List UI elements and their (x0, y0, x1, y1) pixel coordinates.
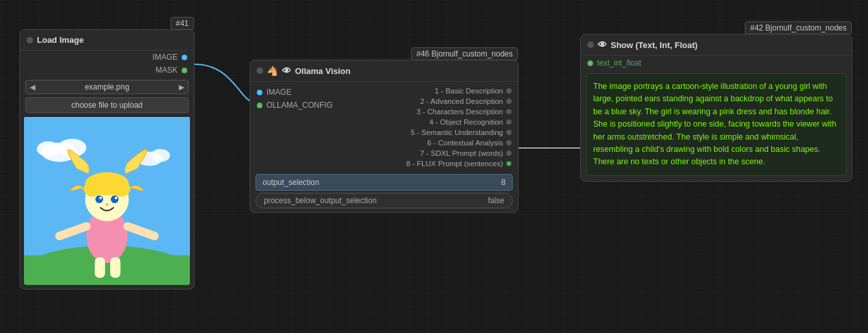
output-selection-label: output_selection (263, 178, 319, 187)
out-port-5-label: 5 - Semantic Understanding (410, 129, 503, 136)
text-output-area: The image portrays a cartoon-style illus… (586, 73, 847, 176)
description-text: The image portrays a cartoon-style illus… (593, 82, 836, 166)
out-port-8-label: 8 - FLUX Prompt (sentences) (406, 160, 503, 167)
eye-icon: 👁 (282, 66, 291, 76)
svg-point-16 (112, 181, 130, 197)
process-below-row[interactable]: process_below_output_selection false (255, 193, 513, 208)
vision-ports-container: IMAGE OLLAMA_CONFIG 1 - Basic Descriptio… (250, 82, 518, 170)
out-port-8-dot[interactable] (506, 161, 511, 166)
text-int-float-dot[interactable] (587, 60, 593, 66)
show-node-id: #42 Bjornulf_custom_nodes (745, 21, 852, 34)
out-port-3-dot[interactable] (506, 109, 511, 114)
process-below-value: false (488, 196, 504, 205)
ollama-vision-header: 🐴 👁 Ollama Vision (250, 60, 518, 82)
image-port-out: IMAGE (20, 51, 194, 64)
out-port-3-label: 3 - Characters Description (416, 108, 503, 116)
ollama-vision-title: Ollama Vision (295, 66, 351, 76)
svg-point-17 (95, 195, 103, 203)
text-int-float-label: text_int_float (597, 58, 641, 68)
load-image-title: Load Image (37, 35, 84, 45)
output-selection-row[interactable]: output_selection 8 (255, 174, 513, 191)
load-image-node-id: #41 (170, 17, 194, 30)
load-image-status-dot (27, 37, 33, 43)
image-port-dot[interactable] (182, 55, 187, 60)
ollama-vision-node-id: #46 Bjornulf_custom_nodes (411, 47, 518, 60)
process-below-label: process_below_output_selection (264, 196, 377, 205)
out-port-5-dot[interactable] (506, 130, 511, 135)
cartoon-image (24, 116, 190, 285)
next-arrow-icon[interactable]: ▶ (179, 83, 184, 92)
out-port-7: 7 - SDXL Prompt (words) (414, 148, 518, 158)
svg-point-19 (99, 197, 102, 199)
svg-rect-12 (110, 257, 121, 278)
show-node-header: 👁 Show (Text, Int, Float) (581, 34, 852, 56)
ollama-config-dot[interactable] (257, 103, 263, 108)
out-port-8: 8 - FLUX Prompt (sentences) (399, 158, 518, 169)
image-port-label: IMAGE (152, 53, 178, 62)
out-port-7-label: 7 - SDXL Prompt (words) (420, 149, 503, 157)
image-in-label: IMAGE (266, 88, 292, 97)
svg-point-20 (115, 197, 117, 199)
svg-point-18 (111, 195, 119, 203)
image-selector[interactable]: ◀ example.png ▶ (25, 80, 189, 94)
svg-point-21 (106, 203, 108, 206)
show-status-dot (587, 42, 594, 48)
out-port-7-dot[interactable] (506, 151, 511, 156)
ollama-vision-status-dot (257, 68, 263, 74)
out-port-6-label: 6 - Contextual Analysis (427, 139, 503, 147)
out-port-6-dot[interactable] (506, 140, 511, 145)
svg-point-5 (37, 142, 60, 157)
image-in-dot[interactable] (257, 90, 263, 95)
svg-rect-11 (95, 257, 105, 278)
ollama-config-label: OLLAMA_CONFIG (266, 101, 333, 110)
load-image-header: Load Image (20, 30, 194, 51)
show-node-title: Show (Text, Int, Float) (611, 40, 698, 50)
image-filename: example.png (35, 82, 179, 92)
mask-port-label: MASK (156, 66, 178, 75)
out-port-4-dot[interactable] (506, 119, 511, 125)
out-port-5: 5 - Semantic Understanding (404, 127, 518, 138)
out-port-2-dot[interactable] (506, 99, 511, 104)
out-port-1-label: 1 - Basic Description (435, 87, 503, 95)
vision-ports-left: IMAGE OLLAMA_CONFIG (250, 86, 384, 169)
image-preview (24, 116, 190, 285)
upload-button[interactable]: choose file to upload (25, 97, 189, 113)
show-node: #42 Bjornulf_custom_nodes 👁 Show (Text, … (580, 34, 852, 182)
horse-icon: 🐴 (267, 66, 278, 76)
svg-point-15 (84, 181, 102, 197)
out-port-2-label: 2 - Advanced Description (420, 97, 503, 105)
out-port-1: 1 - Basic Description (428, 86, 518, 96)
eye-icon-show: 👁 (598, 40, 607, 50)
text-int-float-port: text_int_float (581, 56, 852, 70)
ollama-config-port: OLLAMA_CONFIG (250, 99, 384, 112)
load-image-node: #41 Load Image IMAGE MASK ◀ example.png … (19, 29, 194, 290)
out-port-6: 6 - Contextual Analysis (421, 138, 518, 148)
vision-ports-right: 1 - Basic Description 2 - Advanced Descr… (384, 86, 519, 169)
mask-port-out: MASK (20, 64, 194, 77)
out-port-3: 3 - Characters Description (410, 106, 518, 117)
out-port-2: 2 - Advanced Description (414, 96, 518, 106)
out-port-4-label: 4 - Object Recognition (429, 118, 503, 126)
prev-arrow-icon[interactable]: ◀ (30, 83, 35, 92)
ollama-vision-node: #46 Bjornulf_custom_nodes 🐴 👁 Ollama Vis… (250, 60, 519, 213)
svg-point-7 (150, 149, 170, 162)
output-selection-value: 8 (501, 178, 506, 187)
mask-port-dot[interactable] (182, 68, 187, 73)
image-in-port: IMAGE (250, 86, 384, 99)
out-port-4: 4 - Object Recognition (423, 117, 518, 127)
out-port-1-dot[interactable] (506, 88, 511, 93)
